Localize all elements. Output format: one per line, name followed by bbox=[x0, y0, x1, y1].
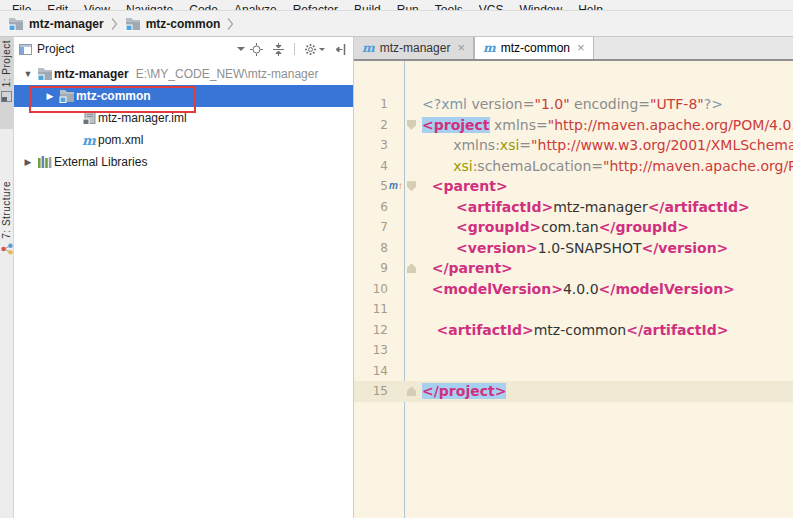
code-segment: xmlns= bbox=[490, 117, 548, 133]
menu-item-code[interactable]: Code bbox=[181, 3, 226, 11]
tool-window-button-structure[interactable]: 7: Structure bbox=[0, 178, 13, 276]
code-segment: <parent> bbox=[422, 178, 508, 194]
code-text: xmlns:xsi="http://www.w3.org/2001/XMLSch… bbox=[419, 135, 793, 156]
maven-gutter-glyph: m↑ bbox=[389, 180, 403, 191]
code-text: <artifactId>mtz-manager</artifactId> bbox=[419, 197, 750, 218]
chevron-collapsed-icon[interactable]: ▶ bbox=[42, 91, 58, 101]
code-line-13[interactable]: 13 bbox=[354, 340, 793, 361]
chevron-expanded-icon[interactable]: ▼ bbox=[20, 69, 36, 79]
fold-marker[interactable] bbox=[404, 120, 419, 130]
tool-window-button-project[interactable]: 1: Project bbox=[0, 37, 13, 129]
line-number: 13 bbox=[354, 340, 388, 361]
breadcrumb-item[interactable]: mtz-manager bbox=[8, 17, 104, 31]
menu-item-window[interactable]: Window bbox=[511, 3, 570, 11]
menu-item-file[interactable]: File bbox=[4, 3, 39, 11]
code-segment: encoding= bbox=[570, 96, 650, 112]
menu-item-build[interactable]: Build bbox=[346, 3, 389, 11]
line-number: 15 bbox=[354, 381, 388, 402]
code-segment: "UTF-8" bbox=[650, 96, 704, 112]
fold-marker[interactable] bbox=[404, 263, 419, 273]
code-line-9[interactable]: 9 </parent> bbox=[354, 258, 793, 279]
panel-title[interactable]: Project bbox=[37, 42, 74, 56]
fold-end-icon[interactable] bbox=[407, 263, 416, 273]
code-lines: 1<?xml version="1.0" encoding="UTF-8"?>2… bbox=[354, 61, 793, 402]
menu-item-tools[interactable]: Tools bbox=[427, 3, 471, 11]
editor-tab-mtz-common[interactable]: mmtz-common× bbox=[474, 37, 594, 59]
fold-start-icon[interactable] bbox=[407, 120, 416, 130]
code-line-1[interactable]: 1<?xml version="1.0" encoding="UTF-8"?> bbox=[354, 94, 793, 115]
code-segment: ?> bbox=[704, 96, 723, 112]
project-view-icon bbox=[19, 43, 32, 56]
tree-item-label: mtz-manager.iml bbox=[98, 111, 187, 125]
code-line-4[interactable]: 4 xsi:schemaLocation="http://maven.apach… bbox=[354, 156, 793, 177]
code-segment: </groupId> bbox=[599, 219, 689, 235]
code-line-5[interactable]: 5m↑ <parent> bbox=[354, 176, 793, 197]
tool-window-strip: 1: Project7: Structure bbox=[0, 37, 14, 518]
menu-bar: FileEditViewNavigateCodeAnalyzeRefactorB… bbox=[0, 0, 793, 11]
main-area: 1: Project7: Structure Project bbox=[0, 37, 793, 518]
fold-marker[interactable] bbox=[404, 181, 419, 191]
maven-module-gutter-icon[interactable]: m↑ bbox=[388, 181, 404, 191]
line-number: 9 bbox=[354, 258, 388, 279]
project-panel-header: Project bbox=[14, 37, 353, 61]
maven-m-glyph: m bbox=[82, 133, 96, 148]
line-number: 2 bbox=[354, 115, 388, 136]
editor-tab-mtz-manager[interactable]: mmtz-manager× bbox=[354, 37, 474, 59]
editor-text-area[interactable]: 1<?xml version="1.0" encoding="UTF-8"?>2… bbox=[354, 61, 793, 518]
code-line-6[interactable]: 6 <artifactId>mtz-manager</artifactId> bbox=[354, 197, 793, 218]
line-number: 14 bbox=[354, 361, 388, 382]
code-line-12[interactable]: 12 <artifactId>mtz-common</artifactId> bbox=[354, 320, 793, 341]
menu-item-view[interactable]: View bbox=[76, 3, 118, 11]
code-text: <modelVersion>4.0.0</modelVersion> bbox=[419, 279, 735, 300]
toolbar-separator bbox=[294, 43, 295, 55]
library-icon bbox=[36, 155, 54, 169]
menu-item-refactor[interactable]: Refactor bbox=[285, 3, 346, 11]
code-segment: 1.0-SNAPSHOT bbox=[538, 240, 642, 256]
code-line-10[interactable]: 10 <modelVersion>4.0.0</modelVersion> bbox=[354, 279, 793, 300]
breadcrumb-item[interactable]: mtz-common bbox=[125, 17, 221, 31]
line-number: 4 bbox=[354, 156, 388, 177]
code-line-11[interactable]: 11 bbox=[354, 299, 793, 320]
module-folder-icon bbox=[36, 67, 54, 81]
code-line-15[interactable]: 15</project> bbox=[354, 381, 793, 402]
code-segment: "http://maven.apache.org/POM/4.0.0" bbox=[548, 117, 793, 133]
tree-item-external-libraries[interactable]: ▶External Libraries bbox=[14, 151, 353, 173]
code-line-8[interactable]: 8 <version>1.0-SNAPSHOT</version> bbox=[354, 238, 793, 259]
settings-gear-icon[interactable] bbox=[304, 43, 325, 56]
close-tab-icon[interactable]: × bbox=[577, 43, 585, 53]
fold-start-icon[interactable] bbox=[407, 181, 416, 191]
maven-file-icon: m bbox=[80, 133, 98, 148]
code-text: <parent> bbox=[419, 176, 508, 197]
fold-end-icon[interactable] bbox=[407, 386, 416, 396]
collapse-all-icon[interactable] bbox=[272, 43, 285, 56]
locate-icon[interactable] bbox=[250, 43, 263, 56]
menu-item-run[interactable]: Run bbox=[389, 3, 427, 11]
code-segment: mtz-common bbox=[534, 322, 627, 338]
tree-item-mtz-common[interactable]: ▶mtz-common bbox=[14, 85, 353, 107]
menu-item-edit[interactable]: Edit bbox=[39, 3, 76, 11]
close-tab-icon[interactable]: × bbox=[457, 43, 465, 53]
tree-item-label: External Libraries bbox=[54, 155, 147, 169]
menu-item-navigate[interactable]: Navigate bbox=[118, 3, 181, 11]
tree-item-mtz-manager[interactable]: ▼mtz-managerE:\MY_CODE_NEW\mtz-manager bbox=[14, 63, 353, 85]
views-dropdown-icon[interactable] bbox=[237, 47, 245, 51]
code-line-7[interactable]: 7 <groupId>com.tan</groupId> bbox=[354, 217, 793, 238]
code-line-14[interactable]: 14 bbox=[354, 361, 793, 382]
breadcrumb-label: mtz-common bbox=[146, 17, 221, 31]
chevron-collapsed-icon[interactable]: ▶ bbox=[20, 157, 36, 167]
iml-file-icon bbox=[80, 111, 98, 125]
code-segment: </parent> bbox=[422, 260, 513, 276]
line-number: 6 bbox=[354, 197, 388, 218]
code-line-2[interactable]: 2<project xmlns="http://maven.apache.org… bbox=[354, 115, 793, 136]
code-segment: version= bbox=[471, 96, 534, 112]
tree-item-mtz-manager-iml[interactable]: mtz-manager.iml bbox=[14, 107, 353, 129]
menu-item-help[interactable]: Help bbox=[570, 3, 611, 11]
fold-marker[interactable] bbox=[404, 386, 419, 396]
tree-item-label: mtz-manager bbox=[54, 67, 129, 81]
code-line-3[interactable]: 3 xmlns:xsi="http://www.w3.org/2001/XMLS… bbox=[354, 135, 793, 156]
hide-panel-icon[interactable] bbox=[334, 43, 347, 56]
menu-item-vcs[interactable]: VCS bbox=[471, 3, 512, 11]
tree-item-pom-xml[interactable]: mpom.xml bbox=[14, 129, 353, 151]
menu-item-analyze[interactable]: Analyze bbox=[226, 3, 285, 11]
editor-tab-label: mtz-manager bbox=[380, 41, 451, 55]
